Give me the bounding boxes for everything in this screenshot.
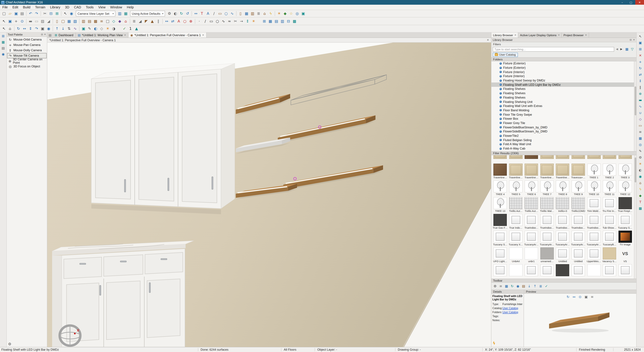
- dock-palette-icon[interactable]: ▤: [0, 45, 6, 51]
- menu-build[interactable]: Build: [21, 5, 33, 10]
- library-item[interactable]: Trellis Wal…: [539, 197, 555, 214]
- open-object-icon[interactable]: ▣: [7, 18, 13, 24]
- edit-behaviors-icon[interactable]: ✎: [638, 148, 643, 154]
- adjust-lights-icon[interactable]: ☆: [288, 10, 294, 16]
- toggle-shadows-icon[interactable]: ◐: [638, 167, 643, 173]
- furniture-icon[interactable]: ◆: [117, 18, 123, 24]
- box-tool-icon[interactable]: ▭: [217, 10, 223, 16]
- library-item[interactable]: [539, 264, 555, 279]
- library-item[interactable]: TrueIndoo…: [539, 214, 555, 230]
- catalog-folder-item[interactable]: Fold A Way Wall Unit: [492, 142, 636, 146]
- transform-edit-icon[interactable]: ◇: [638, 116, 643, 122]
- library-item[interactable]: TuscanyAr…: [524, 230, 539, 247]
- library-item[interactable]: [524, 155, 539, 163]
- preferences-icon[interactable]: ⚙: [492, 284, 498, 289]
- resize-edit-icon[interactable]: ↕: [638, 78, 643, 84]
- vector-view-icon[interactable]: ✎: [86, 26, 92, 32]
- signal-icon[interactable]: ≣: [538, 284, 544, 289]
- menu-help[interactable]: Help: [124, 5, 136, 10]
- select-objects-icon[interactable]: ↖: [62, 10, 68, 16]
- swap-floor-icon[interactable]: ⇅: [66, 26, 72, 32]
- catalog-book-icon[interactable]: ▤: [521, 284, 526, 289]
- material-painter-icon[interactable]: ◆: [282, 10, 288, 16]
- layout-grid-icon[interactable]: ▥: [280, 18, 286, 24]
- panel-tab-active-layer-display-options[interactable]: Active Layer Display Options✕: [518, 32, 562, 37]
- tree-scrollbar[interactable]: [634, 61, 636, 151]
- panel-pin-icon[interactable]: ⊟: [630, 38, 632, 41]
- catalog-folder-item[interactable]: FlowerTile2: [492, 134, 636, 138]
- sun-light-icon[interactable]: ☀: [276, 10, 282, 16]
- catalog-folder-item[interactable]: Flower Box: [492, 117, 636, 121]
- library-item[interactable]: UpperWes…: [586, 247, 602, 264]
- callout-icon[interactable]: ○: [182, 18, 188, 24]
- palette-dock-icon[interactable]: ⊟: [41, 33, 43, 36]
- default-settings-icon[interactable]: ⚙: [166, 10, 172, 16]
- library-item[interactable]: TrueIndoo…: [555, 214, 570, 230]
- library-item[interactable]: [555, 155, 570, 163]
- library-item[interactable]: Tub-Show…: [602, 214, 617, 230]
- upper-cabinets[interactable]: [92, 63, 235, 214]
- render-view-icon[interactable]: ◎: [294, 10, 300, 16]
- reference-display-icon[interactable]: ◐: [172, 10, 178, 16]
- minimize-button[interactable]: [618, 0, 626, 5]
- thumbnail-view-icon[interactable]: ▦: [504, 284, 509, 289]
- refresh-library-icon[interactable]: ↻: [510, 284, 515, 289]
- panel-close-icon[interactable]: ✕: [633, 38, 635, 41]
- library-item[interactable]: Travertine…: [524, 163, 539, 180]
- browse-online-icon[interactable]: ◉: [515, 284, 520, 289]
- new-plan-icon[interactable]: ▢: [1, 10, 7, 16]
- panel-tab-library-browser[interactable]: Library Browser✕: [492, 32, 518, 37]
- library-item[interactable]: Travertine…: [539, 163, 555, 180]
- level-edit-icon[interactable]: ▬: [638, 97, 643, 103]
- door-tool-icon[interactable]: ▯: [238, 10, 244, 16]
- library-item[interactable]: TREE 3: [617, 163, 633, 180]
- preview-orbit-icon[interactable]: ↻: [565, 294, 571, 299]
- circle-tool-icon[interactable]: ○: [223, 10, 229, 16]
- fixture-icon[interactable]: ◇: [111, 18, 117, 24]
- tab-close-icon[interactable]: ✕: [202, 34, 204, 36]
- viewport-close-icon[interactable]: ✕: [487, 38, 489, 41]
- adjust-sunlight-icon[interactable]: ☀: [638, 161, 643, 167]
- stacked-cards-icon[interactable]: ▦: [624, 47, 630, 52]
- search-prev-icon[interactable]: ◀: [615, 47, 619, 51]
- window-tool-icon[interactable]: ▦: [244, 10, 250, 16]
- hinged-door-icon[interactable]: ▯: [54, 18, 60, 24]
- shelf-icon[interactable]: ≡: [98, 18, 105, 24]
- rotate-edit-icon[interactable]: ↻: [638, 65, 643, 71]
- library-item[interactable]: Trellis1DMD: [570, 197, 586, 214]
- move-edit-icon[interactable]: +: [638, 59, 643, 65]
- display-grid-icon[interactable]: ▦: [267, 18, 273, 24]
- catalog-folder-item[interactable]: Fold-A-Way Cab: [492, 146, 636, 151]
- print-icon[interactable]: ▤: [19, 10, 25, 16]
- library-item[interactable]: Untitled: [555, 247, 570, 264]
- catalog-folder-item[interactable]: FlowerSideBlueStream_by_DMD: [492, 125, 636, 129]
- floor-down-icon[interactable]: ↓: [60, 26, 66, 32]
- layer-set-dropdown[interactable]: Camera View Layer Set: [76, 11, 116, 16]
- walkthrough-icon[interactable]: ∿: [72, 26, 78, 32]
- catalog-folder-item[interactable]: Floor Tile Grey Swipe: [492, 112, 636, 117]
- menu-window[interactable]: Window: [108, 5, 124, 10]
- watercolor-view-icon[interactable]: ◐: [92, 26, 98, 32]
- tab-list-icon[interactable]: ▤: [47, 32, 53, 37]
- details-field-value[interactable]: User Catalog: [502, 311, 518, 314]
- menu-tools[interactable]: Tools: [83, 5, 96, 10]
- library-item[interactable]: [602, 264, 617, 279]
- library-item[interactable]: TrueIndoo…: [570, 214, 586, 230]
- catalog-folder-item[interactable]: Floating Shelves: [492, 91, 636, 95]
- dock-library-icon[interactable]: ▦: [0, 39, 6, 45]
- catalog-folder-item[interactable]: Floating Hood Swoop by DMDz: [492, 78, 636, 83]
- library-item[interactable]: [539, 155, 555, 163]
- reference-grid-icon[interactable]: ▤: [273, 18, 280, 24]
- library-item[interactable]: True Gas F…: [492, 214, 508, 230]
- cad-line-icon[interactable]: ∕: [211, 10, 217, 16]
- base-cabinets[interactable]: [52, 241, 194, 347]
- library-item[interactable]: Tru Fire In…: [602, 197, 617, 214]
- text-icon[interactable]: A: [176, 18, 182, 24]
- material-list-icon[interactable]: ▩: [292, 18, 298, 24]
- bay-window-icon[interactable]: ▧: [72, 18, 78, 24]
- sunlight-toggle-icon[interactable]: ☀: [105, 26, 111, 32]
- open-plan-icon[interactable]: ▱: [7, 10, 13, 16]
- align-edit-icon[interactable]: ∥: [638, 84, 643, 90]
- dimension-icon[interactable]: ↔: [193, 10, 199, 16]
- library-item[interactable]: TREE 10: [586, 180, 602, 197]
